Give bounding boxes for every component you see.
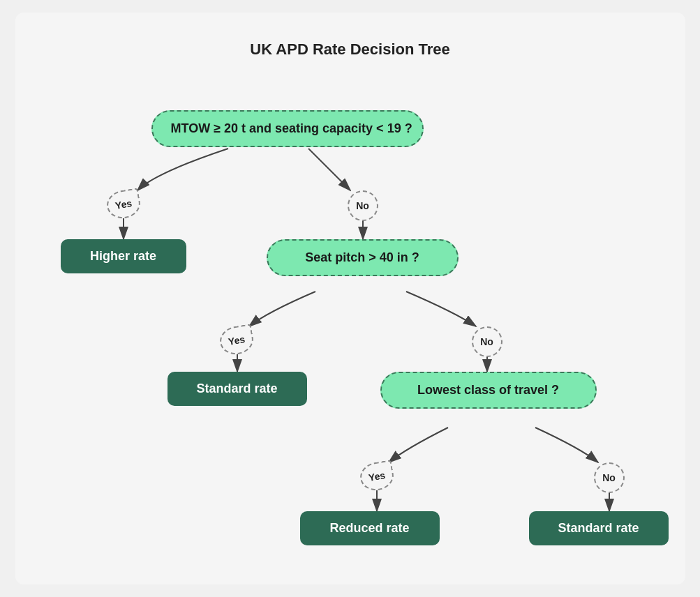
yes-badge-2: Yes [217, 324, 255, 357]
seat-pitch-node: Seat pitch > 40 in ? [267, 239, 459, 276]
lowest-class-node: Lowest class of travel ? [380, 372, 597, 409]
higher-rate-node: Higher rate [61, 239, 186, 273]
no-badge-1: No [348, 190, 378, 221]
diagram-container: UK APD Rate Decision Tree [15, 13, 685, 584]
no-badge-3: No [594, 462, 625, 493]
root-decision-node: MTOW ≥ 20 t and seating capacity < 19 ? [151, 110, 424, 147]
page-title: UK APD Rate Decision Tree [29, 40, 671, 59]
arrows-svg [15, 13, 685, 584]
reduced-rate-node: Reduced rate [300, 511, 440, 545]
yes-badge-3: Yes [357, 460, 395, 493]
standard-rate-1-node: Standard rate [167, 372, 307, 406]
yes-badge-1: Yes [104, 188, 142, 221]
no-badge-2: No [472, 326, 502, 357]
standard-rate-2-node: Standard rate [529, 511, 669, 545]
